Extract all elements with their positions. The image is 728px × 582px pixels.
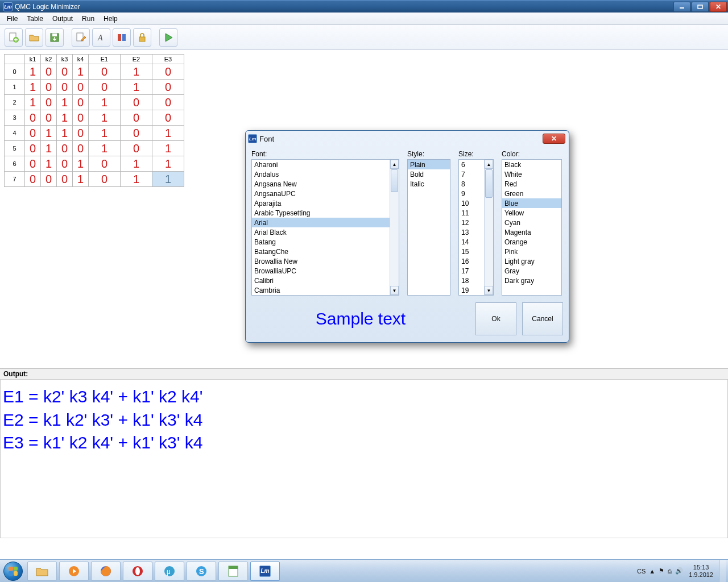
row-header[interactable]: 1: [5, 80, 25, 95]
tray-volume-icon[interactable]: 🔊: [675, 567, 683, 575]
taskbar-qmc[interactable]: Lm: [250, 562, 280, 581]
list-item[interactable]: Angsana New: [252, 179, 399, 189]
truth-cell[interactable]: 0: [152, 80, 184, 95]
color-listbox[interactable]: BlackWhiteRedGreenBlueYellowCyanMagentaO…: [502, 159, 562, 296]
menu-table[interactable]: Table: [22, 14, 48, 24]
truth-cell[interactable]: 1: [121, 156, 152, 172]
font-scrollbar[interactable]: ▲ ▼: [390, 160, 399, 295]
truth-cell[interactable]: 0: [41, 64, 57, 80]
list-item[interactable]: Magenta: [502, 227, 561, 237]
maximize-button[interactable]: [692, 2, 709, 12]
truth-cell[interactable]: 0: [89, 172, 121, 187]
truth-cell[interactable]: 1: [89, 141, 121, 156]
menu-run[interactable]: Run: [77, 14, 99, 24]
truth-cell[interactable]: 1: [41, 156, 57, 172]
list-item[interactable]: Red: [502, 179, 561, 189]
tray-icons[interactable]: CS ▲ ⚑ ⎙ 🔊: [637, 567, 683, 575]
list-item[interactable]: Calibri: [252, 276, 399, 285]
truth-cell[interactable]: 1: [121, 172, 152, 187]
new-file-button[interactable]: [5, 28, 23, 47]
truth-cell[interactable]: 0: [121, 141, 152, 156]
list-item[interactable]: Gray: [502, 266, 561, 276]
list-item[interactable]: Italic: [408, 179, 450, 189]
truth-cell[interactable]: 0: [57, 172, 73, 187]
truth-cell[interactable]: 0: [73, 95, 89, 110]
edit-button[interactable]: [72, 28, 90, 47]
truth-cell[interactable]: 0: [25, 110, 41, 126]
list-item[interactable]: Orange: [502, 237, 561, 247]
show-desktop-button[interactable]: [719, 560, 726, 583]
row-header[interactable]: 7: [5, 172, 25, 187]
truth-cell[interactable]: 1: [73, 172, 89, 187]
menu-output[interactable]: Output: [48, 14, 77, 24]
list-item[interactable]: Arial: [252, 218, 399, 227]
list-item[interactable]: BatangChe: [252, 247, 399, 256]
truth-cell[interactable]: 1: [57, 95, 73, 110]
truth-cell[interactable]: 0: [152, 110, 184, 126]
lock-button[interactable]: [133, 28, 151, 47]
truth-cell[interactable]: 0: [73, 126, 89, 141]
truth-cell[interactable]: 1: [25, 95, 41, 110]
settings-button[interactable]: [113, 28, 131, 47]
truth-cell[interactable]: 1: [152, 156, 184, 172]
list-item[interactable]: Aparajita: [252, 198, 399, 208]
truth-cell[interactable]: 1: [121, 80, 152, 95]
taskbar-mediaplayer[interactable]: [59, 562, 89, 581]
style-listbox[interactable]: PlainBoldItalic: [407, 159, 450, 296]
truth-cell[interactable]: 0: [73, 110, 89, 126]
col-header-k2[interactable]: k2: [41, 55, 57, 64]
truth-cell[interactable]: 0: [41, 172, 57, 187]
truth-cell[interactable]: 0: [73, 141, 89, 156]
run-button[interactable]: [159, 28, 177, 47]
truth-cell[interactable]: 1: [89, 126, 121, 141]
col-header-k4[interactable]: k4: [73, 55, 89, 64]
list-item[interactable]: BrowalliaUPC: [252, 266, 399, 276]
taskbar-explorer[interactable]: [27, 562, 57, 581]
taskbar-torrent[interactable]: μ: [155, 562, 184, 581]
list-item[interactable]: White: [502, 169, 561, 179]
tray-lang[interactable]: CS: [637, 568, 646, 575]
list-item[interactable]: Cyan: [502, 218, 561, 227]
truth-cell[interactable]: 1: [57, 110, 73, 126]
truth-cell[interactable]: 0: [121, 110, 152, 126]
col-header-k1[interactable]: k1: [25, 55, 41, 64]
truth-cell[interactable]: 0: [152, 64, 184, 80]
list-item[interactable]: Arial Black: [252, 227, 399, 237]
tray-flag2-icon[interactable]: ⚑: [659, 567, 664, 575]
menu-file[interactable]: File: [2, 14, 22, 24]
row-header[interactable]: 2: [5, 95, 25, 110]
truth-cell[interactable]: 0: [121, 95, 152, 110]
font-listbox[interactable]: AharoniAndalusAngsana NewAngsanaUPCApara…: [251, 159, 399, 296]
truth-cell[interactable]: 1: [121, 64, 152, 80]
list-item[interactable]: Dark gray: [502, 276, 561, 285]
size-listbox[interactable]: 678910111213141516171819 ▲ ▼: [458, 159, 494, 296]
ok-button[interactable]: Ok: [475, 302, 516, 335]
row-header[interactable]: 4: [5, 126, 25, 141]
list-item[interactable]: Pink: [502, 247, 561, 256]
tray-clock[interactable]: 15:13 1.9.2012: [689, 564, 713, 577]
col-header-E3[interactable]: E3: [152, 55, 184, 64]
truth-cell[interactable]: 0: [57, 141, 73, 156]
list-item[interactable]: Arabic Typesetting: [252, 208, 399, 218]
taskbar-firefox[interactable]: [91, 562, 121, 581]
truth-cell[interactable]: 1: [152, 126, 184, 141]
row-header[interactable]: 6: [5, 156, 25, 172]
truth-cell[interactable]: 0: [25, 141, 41, 156]
cancel-button[interactable]: Cancel: [522, 302, 563, 335]
font-button[interactable]: A: [92, 28, 110, 47]
truth-cell[interactable]: 0: [25, 172, 41, 187]
col-header-E1[interactable]: E1: [89, 55, 121, 64]
truth-cell[interactable]: 1: [89, 95, 121, 110]
truth-cell[interactable]: 1: [73, 156, 89, 172]
truth-cell[interactable]: 1: [25, 64, 41, 80]
open-button[interactable]: [25, 28, 43, 47]
list-item[interactable]: Yellow: [502, 208, 561, 218]
truth-cell[interactable]: 1: [25, 80, 41, 95]
list-item[interactable]: Bold: [408, 169, 450, 179]
start-button[interactable]: [0, 560, 26, 583]
truth-cell[interactable]: 0: [152, 95, 184, 110]
truth-cell[interactable]: 0: [41, 80, 57, 95]
truth-cell[interactable]: 0: [121, 126, 152, 141]
close-button[interactable]: ✕: [710, 2, 727, 12]
truth-cell[interactable]: 0: [57, 80, 73, 95]
